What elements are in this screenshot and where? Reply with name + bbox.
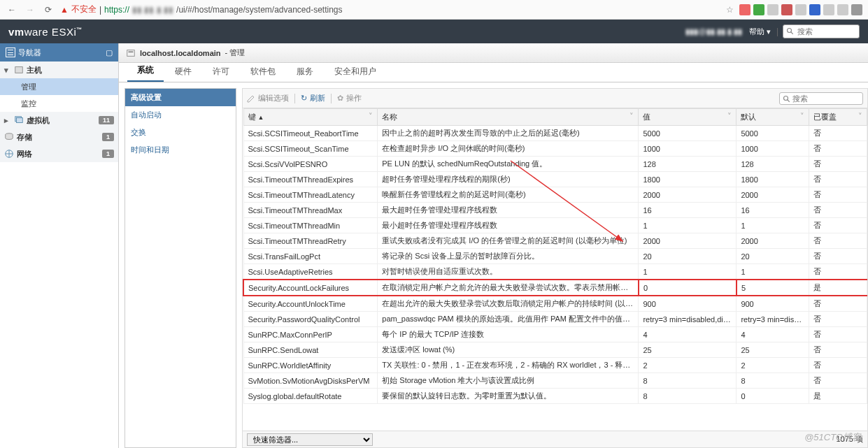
column-header-default[interactable]: 默认˅ [737,109,809,126]
table-row[interactable]: SunRPC.SendLowat发送缓冲区 lowat (%)2525否 [243,342,867,358]
table-row[interactable]: Scsi.TimeoutTMThreadMax最大超时任务管理处理程序线程数16… [243,203,867,218]
cell-name: 初始 Storage vMotion 堆大小与该设置成比例 [378,373,639,389]
chevron-down-icon[interactable]: ˅ [629,112,634,121]
subnav-item[interactable]: 交换 [125,124,236,141]
actions-button[interactable]: ✿操作 [337,93,362,103]
table-row[interactable]: Security.AccountLockFailures在取消锁定用户帐户之前允… [243,280,867,296]
tab-系统[interactable]: 系统 [127,60,164,82]
cell-default: 2000 [737,233,809,249]
svg-rect-8 [129,51,134,52]
host-icon [126,48,136,58]
cell-value: 1000 [639,141,737,157]
tab-许可[interactable]: 许可 [203,62,239,82]
column-header-key[interactable]: 键 ▲˅ [243,109,378,126]
table-row[interactable]: Scsi.SCSITimeout_ScanTime在检查超时异步 I/O 之间休… [243,141,867,157]
cell-key: Scsi.TimeoutTMThreadMax [243,203,378,218]
cell-default: 2 [737,358,809,373]
gear-icon: ✿ [337,94,343,103]
svg-point-9 [784,96,788,100]
subnav-item[interactable]: 自动启动 [125,106,236,124]
cell-override: 否 [809,312,867,327]
tab-软件包[interactable]: 软件包 [241,62,285,82]
help-link[interactable]: 帮助 ▾ [749,27,771,37]
refresh-button[interactable]: ↻刷新 [301,93,325,103]
cell-override: 否 [809,157,867,172]
cell-default: 20 [737,249,809,264]
table-row[interactable]: Scsi.TimeoutTMThreadLatency唤醒新任务管理线程之前的延… [243,187,867,203]
cell-override: 否 [809,342,867,358]
subnav-item[interactable]: 时间和日期 [125,141,236,159]
chevron-down-icon[interactable]: ˅ [858,112,862,121]
nav-item-管理[interactable]: 管理 [0,78,118,95]
table-row[interactable]: Security.AccountUnlockTime在超出允许的最大失败登录尝试… [243,296,867,312]
vm-icon [14,115,24,125]
pin-icon[interactable]: ▢ [106,48,113,57]
table-row[interactable]: Syslog.global.defaultRotate要保留的默认旋转日志数。为… [243,389,867,404]
cell-override: 否 [809,141,867,157]
table-row[interactable]: Scsi.TimeoutTMThreadRetry重试失败或者没有完成其 I/O… [243,233,867,249]
forward-icon[interactable]: → [24,3,36,16]
cell-value: 1800 [639,172,737,187]
table-row[interactable]: Scsi.UseAdaptiveRetries对暂时错误使用自适应重试次数。11… [243,264,867,280]
cell-override: 否 [809,296,867,312]
tab-安全和用户[interactable]: 安全和用户 [325,62,386,82]
table-row[interactable]: Scsi.TimeoutTMThreadExpires超时任务管理处理程序线程的… [243,172,867,187]
cell-key: Security.AccountUnlockTime [243,296,378,312]
table-row[interactable]: SunRPC.MaxConnPerIP每个 IP 的最大 TCP/IP 连接数4… [243,327,867,342]
nav-item-存储[interactable]: 存储1 [0,129,118,145]
chevron-down-icon[interactable]: ˅ [369,112,373,121]
table-row[interactable]: SvMotion.SvMotionAvgDisksPerVM初始 Storage… [243,373,867,389]
cell-override: 否 [809,233,867,249]
table-row[interactable]: Scsi.SCSITimeout_ReabortTime因中止之前的超时再次发生… [243,126,867,141]
address-bar[interactable]: ▲ 不安全 | https://▮▮.▮▮.▮.▮▮/ui/#/host/man… [60,3,343,15]
collapse-icon[interactable]: ☰ [6,48,15,57]
column-header-override[interactable]: 已覆盖˅ [809,109,867,126]
cell-default: 1 [737,264,809,280]
cell-name: 在超出允许的最大失败登录尝试次数后取消锁定用户帐户的持续时间 (以秒为单位) [378,296,639,312]
nav-item-主机[interactable]: ▾主机 [0,62,118,78]
cell-override: 否 [809,249,867,264]
table-row[interactable]: Security.PasswordQualityControlpam_passw… [243,312,867,327]
nav-item-虚拟机[interactable]: ▸虚拟机11 [0,112,118,129]
column-header-name[interactable]: 名称˅ [378,109,639,126]
cell-name: 发送缓冲区 lowat (%) [378,342,639,358]
tab-硬件[interactable]: 硬件 [165,62,201,82]
chevron-down-icon[interactable]: ˅ [727,112,732,121]
quick-filter-select[interactable]: 快速筛选器... [247,433,373,446]
cell-key: Syslog.global.defaultRotate [243,389,378,404]
cell-value: 4 [639,327,737,342]
nav-item-监控[interactable]: 监控 [0,95,118,112]
table-row[interactable]: SunRPC.WorldletAffinityTX 关联性: 0 - 禁用，1 … [243,358,867,373]
cell-name: 将记录的 Scsi 设备上显示的暂时故障百分比。 [378,249,639,264]
cell-key: SunRPC.SendLowat [243,342,378,358]
tab-bar: 系统硬件许可软件包服务安全和用户 [119,63,868,82]
table-row[interactable]: Scsi.TimeoutTMThreadMin最小超时任务管理处理程序线程数11… [243,218,867,233]
table-row[interactable]: Scsi.TransFailLogPct将记录的 Scsi 设备上显示的暂时故障… [243,249,867,264]
table-row[interactable]: Scsi.ScsiVVolPESNROPE LUN 的默认 schedNumRe… [243,157,867,172]
edit-option-button[interactable]: 编辑选项 [247,93,289,103]
cell-name: 对暂时错误使用自适应重试次数。 [378,264,639,280]
column-header-value[interactable]: 值˅ [639,109,737,126]
reload-icon[interactable]: ⟳ [42,3,55,16]
cell-value: 128 [639,157,737,172]
cell-key: Security.PasswordQualityControl [243,312,378,327]
cell-override: 否 [809,327,867,342]
cell-name: 最小超时任务管理处理程序线程数 [378,218,639,233]
tab-服务[interactable]: 服务 [287,62,323,82]
svg-rect-7 [127,50,135,56]
user-menu[interactable]: ▮▮▮@▮▮.▮▮.▮.▮▮ [685,27,741,36]
star-icon[interactable]: ☆ [726,5,734,15]
cell-value: 1 [639,264,737,280]
settings-grid[interactable]: 键 ▲˅ 名称˅ 值˅ 默认˅ 已覆盖˅ Scsi.SCSITimeout_Re… [242,108,868,431]
cell-name: 在检查超时异步 I/O 之间休眠的时间(毫秒) [378,141,639,157]
app-header: vmware ESXi™ ▮▮▮@▮▮.▮▮.▮.▮▮ 帮助 ▾ | [0,20,868,43]
svg-line-1 [791,32,793,34]
cell-default: 8 [737,373,809,389]
cell-name: 每个 IP 的最大 TCP/IP 连接数 [378,327,639,342]
chevron-down-icon[interactable]: ˅ [800,112,804,121]
back-icon[interactable]: ← [6,3,18,16]
cell-default: 900 [737,296,809,312]
nav-item-网络[interactable]: 网络1 [0,145,118,162]
breadcrumb: localhost.localdomain - 管理 [119,43,868,63]
grid-search-input[interactable] [779,92,863,105]
